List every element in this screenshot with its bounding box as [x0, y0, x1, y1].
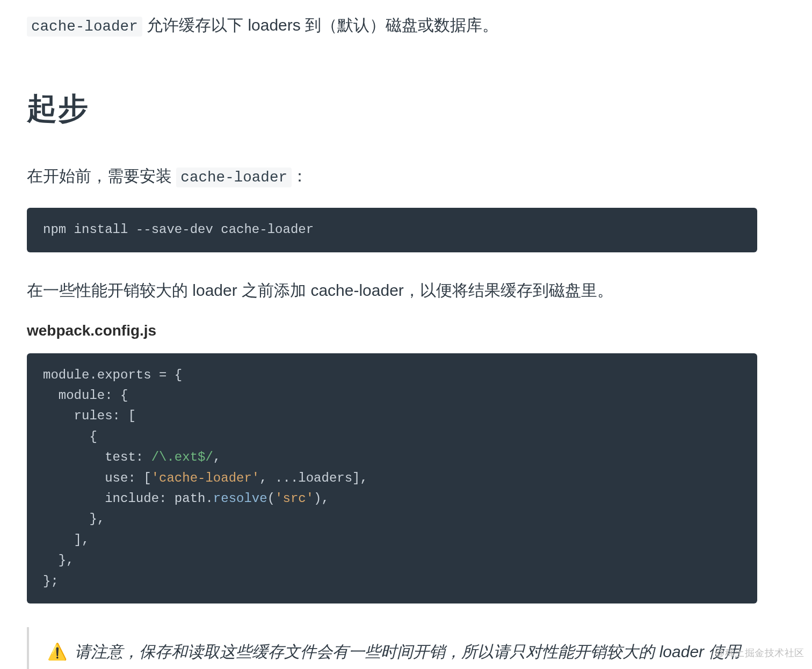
code-block-config[interactable]: module.exports = { module: { rules: [ { … — [27, 353, 757, 603]
watermark: @稀土掘金技术社区 — [715, 646, 804, 659]
code-block-install[interactable]: npm install --save-dev cache-loader — [27, 208, 757, 252]
callout-text: ⚠️ 请注意，保存和读取这些缓存文件会有一些时间开销，所以请只对性能开销较大的 … — [47, 638, 742, 669]
warning-icon: ⚠️ — [47, 643, 67, 660]
warning-callout: ⚠️ 请注意，保存和读取这些缓存文件会有一些时间开销，所以请只对性能开销较大的 … — [27, 627, 757, 669]
article-content: cache-loader 允许缓存以下 loaders 到（默认）磁盘或数据库。… — [0, 0, 784, 669]
intro-paragraph: cache-loader 允许缓存以下 loaders 到（默认）磁盘或数据库。 — [27, 11, 757, 40]
intro-text: 允许缓存以下 loaders 到（默认）磁盘或数据库。 — [142, 16, 498, 34]
usage-paragraph: 在一些性能开销较大的 loader 之前添加 cache-loader，以便将结… — [27, 276, 757, 305]
heading-getting-started: 起步 — [27, 89, 757, 129]
config-filename: webpack.config.js — [27, 322, 757, 339]
inline-code-install: cache-loader — [176, 168, 292, 187]
install-suffix: ： — [292, 167, 308, 185]
inline-code-cache-loader: cache-loader — [27, 17, 142, 37]
install-instruction: 在开始前，需要安装 cache-loader： — [27, 162, 757, 191]
callout-body: 请注意，保存和读取这些缓存文件会有一些时间开销，所以请只对性能开销较大的 loa… — [47, 643, 741, 669]
install-prefix: 在开始前，需要安装 — [27, 167, 176, 185]
install-command: npm install --save-dev cache-loader — [43, 222, 314, 237]
